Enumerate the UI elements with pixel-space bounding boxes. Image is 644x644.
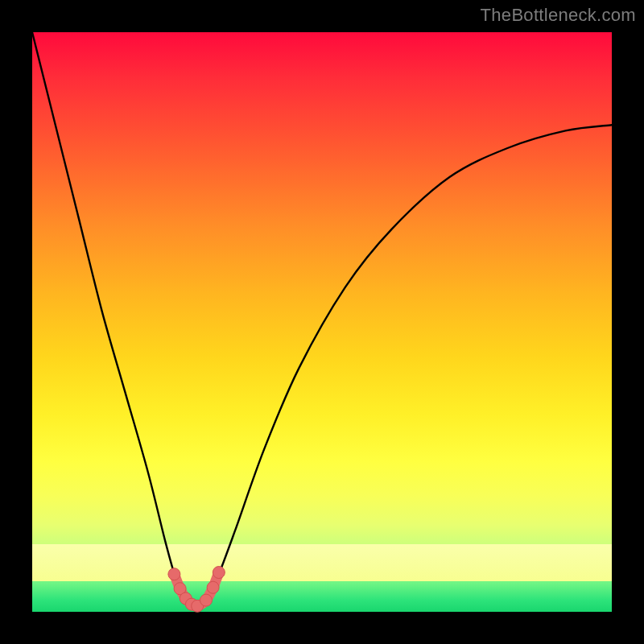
watermark-text: TheBottleneck.com xyxy=(481,5,636,26)
highlight-marker-dots xyxy=(168,567,225,613)
highlight-marker-dot xyxy=(168,568,180,580)
chart-container: TheBottleneck.com xyxy=(0,0,644,644)
highlight-marker-dot xyxy=(200,594,213,606)
highlight-marker-dot xyxy=(207,581,219,593)
curve-svg xyxy=(32,32,612,612)
bottleneck-curve-path xyxy=(32,32,612,608)
plot-area xyxy=(32,32,612,612)
highlight-marker-dot xyxy=(213,567,225,579)
